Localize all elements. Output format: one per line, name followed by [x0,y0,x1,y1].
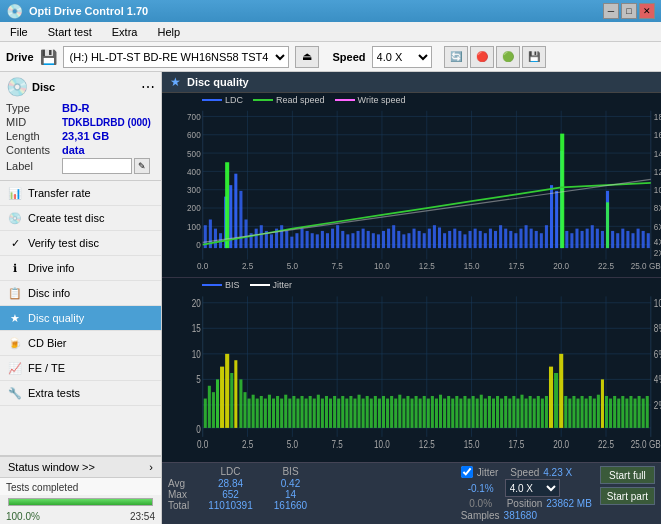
svg-rect-196 [288,399,291,428]
svg-rect-95 [448,231,451,248]
save-button[interactable]: 💾 [522,46,546,68]
svg-rect-244 [484,399,487,428]
ldc-label: LDC [225,95,243,105]
app-icon: 💿 [6,3,23,19]
svg-text:0.0: 0.0 [197,260,208,271]
svg-rect-65 [295,233,298,248]
disc-label-input[interactable] [62,158,132,174]
menu-extra[interactable]: Extra [106,24,144,40]
svg-rect-87 [407,233,410,248]
speed-select-stats[interactable]: 4.0 X [505,479,560,497]
svg-rect-272 [601,379,604,428]
stats-avg-jitter: -0.1% [461,483,501,494]
svg-rect-124 [596,229,599,248]
disc-options-icon[interactable]: ⋯ [141,79,155,95]
drive-select[interactable]: (H:) HL-DT-ST BD-RE WH16NS58 TST4 [63,46,289,68]
svg-rect-242 [476,399,479,428]
minimize-button[interactable]: ─ [603,3,619,19]
svg-rect-115 [550,185,553,248]
svg-text:17.5: 17.5 [508,260,524,271]
sidebar-item-transfer-rate[interactable]: 📊 Transfer rate [0,181,161,206]
sidebar-item-verify-test-disc[interactable]: ✓ Verify test disc [0,231,161,256]
svg-rect-92 [433,225,436,248]
settings-button1[interactable]: 🔴 [470,46,494,68]
svg-rect-249 [504,396,507,428]
create-test-disc-icon: 💿 [8,211,22,225]
svg-rect-132 [637,229,640,248]
svg-text:10.0: 10.0 [374,439,390,450]
svg-rect-277 [621,396,624,428]
sidebar-item-fe-te[interactable]: 📈 FE / TE [0,356,161,381]
menu-start-test[interactable]: Start test [42,24,98,40]
svg-rect-232 [435,399,438,428]
svg-text:22.5: 22.5 [598,260,614,271]
svg-text:4X: 4X [654,236,661,247]
svg-text:0: 0 [196,240,201,251]
svg-rect-112 [535,231,538,248]
status-section: Status window >> › Tests completed 100.0… [0,455,161,524]
svg-rect-79 [367,231,370,248]
svg-rect-212 [353,399,356,428]
svg-rect-267 [581,396,584,428]
verify-test-disc-label: Verify test disc [28,237,99,249]
speed-value-stats: 4.23 X [543,467,572,478]
drive-icon: 💾 [40,49,57,65]
start-part-button[interactable]: Start part [600,487,655,505]
svg-rect-222 [394,399,397,428]
jitter-checkbox[interactable] [461,466,473,478]
sidebar-item-extra-tests[interactable]: 🔧 Extra tests [0,381,161,406]
svg-rect-250 [508,399,511,428]
svg-text:15.0: 15.0 [464,439,480,450]
write-speed-color [335,99,355,101]
refresh-button[interactable]: 🔄 [444,46,468,68]
sidebar-item-create-test-disc[interactable]: 💿 Create test disc [0,206,161,231]
sidebar-item-cd-bier[interactable]: 🍺 CD Bier [0,331,161,356]
drive-label: Drive [6,51,34,63]
sidebar-item-drive-info[interactable]: ℹ Drive info [0,256,161,281]
stats-avg-bis: 0.42 [263,478,318,489]
svg-text:10: 10 [192,349,201,360]
svg-text:100: 100 [187,221,201,232]
sidebar-item-disc-info[interactable]: 📋 Disc info [0,281,161,306]
svg-rect-109 [519,229,522,248]
disc-label-button[interactable]: ✎ [134,158,150,174]
disc-mid-value: TDKBLDRBD (000) [62,117,151,128]
svg-rect-264 [568,399,571,428]
svg-rect-177 [208,386,211,428]
svg-text:25.0 GB: 25.0 GB [631,439,661,450]
svg-rect-266 [576,399,579,428]
svg-rect-205 [325,396,328,428]
svg-text:12.5: 12.5 [419,260,435,271]
speed-select[interactable]: 4.0 X [372,46,432,68]
svg-text:300: 300 [187,185,201,196]
stats-avg-ldc: 28.84 [198,478,263,489]
menu-help[interactable]: Help [151,24,186,40]
svg-rect-245 [488,396,491,428]
status-window-button[interactable]: Status window >> › [0,456,161,477]
close-button[interactable]: ✕ [639,3,655,19]
svg-rect-251 [512,396,515,428]
status-text: Tests completed [6,482,78,493]
svg-rect-207 [333,396,336,428]
svg-rect-275 [613,396,616,428]
menu-file[interactable]: File [4,24,34,40]
start-full-button[interactable]: Start full [600,466,655,484]
eject-button[interactable]: ⏏ [295,46,319,68]
maximize-button[interactable]: □ [621,3,637,19]
sidebar-item-disc-quality[interactable]: ★ Disc quality [0,306,161,331]
svg-text:5.0: 5.0 [287,260,298,271]
disc-label-row: Label ✎ [6,158,155,174]
svg-text:17.5: 17.5 [508,439,524,450]
settings-button2[interactable]: 🟢 [496,46,520,68]
svg-rect-202 [313,399,316,428]
svg-rect-195 [284,395,287,428]
svg-rect-180 [220,367,224,428]
nav-items: 📊 Transfer rate 💿 Create test disc ✓ Ver… [0,181,161,406]
svg-rect-105 [499,225,502,248]
svg-rect-97 [458,231,461,248]
disc-contents-row: Contents data [6,144,155,156]
svg-rect-181 [225,354,229,428]
disc-length-label: Length [6,130,62,142]
stats-max-jitter: 0.0% [461,498,501,509]
svg-text:4%: 4% [654,374,661,385]
